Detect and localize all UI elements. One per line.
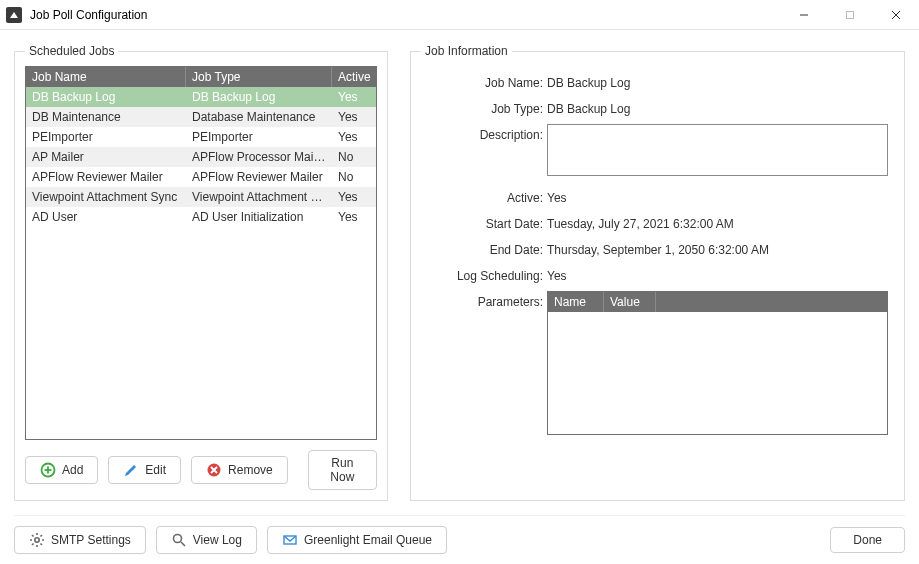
cell-job-active: Yes [332,207,376,227]
footer-buttons: SMTP Settings View Log Greenlight Email … [14,515,905,554]
table-row[interactable]: APFlow Reviewer Mailer APFlow Reviewer M… [26,167,376,187]
table-row[interactable]: PEImporter PEImporter Yes [26,127,376,147]
jobs-buttons: Add Edit Remove Run Now [25,450,377,490]
maximize-button [827,0,873,30]
description-input[interactable] [547,124,888,176]
cell-job-name: AP Mailer [26,147,186,167]
cell-job-type: APFlow Reviewer Mailer [186,167,332,187]
smtp-settings-label: SMTP Settings [51,533,131,547]
cell-job-type: APFlow Processor Mailer [186,147,332,167]
done-button-label: Done [853,533,882,547]
cell-job-type: Viewpoint Attachment Sync [186,187,332,207]
cell-job-name: DB Maintenance [26,107,186,127]
cell-job-active: Yes [332,187,376,207]
remove-circle-icon [206,462,222,478]
label-job-name: Job Name: [427,72,543,90]
svg-line-16 [41,544,43,546]
add-button[interactable]: Add [25,456,98,484]
svg-line-17 [41,535,43,537]
run-now-button-label: Run Now [323,456,362,484]
parameters-grid-header: Name Value [548,292,887,312]
svg-rect-1 [847,11,854,18]
svg-line-18 [32,544,34,546]
table-row[interactable]: Viewpoint Attachment Sync Viewpoint Atta… [26,187,376,207]
cell-job-active: Yes [332,127,376,147]
remove-button[interactable]: Remove [191,456,288,484]
col-job-active[interactable]: Active [332,67,376,87]
value-log-sched: Yes [547,265,888,283]
window-title: Job Poll Configuration [30,8,781,22]
edit-button-label: Edit [145,463,166,477]
app-icon [6,7,22,23]
col-param-name[interactable]: Name [548,292,604,312]
run-now-button[interactable]: Run Now [308,450,377,490]
cell-job-name: APFlow Reviewer Mailer [26,167,186,187]
job-info-group: Job Information Job Name: DB Backup Log … [410,44,905,501]
cell-job-name: Viewpoint Attachment Sync [26,187,186,207]
label-start-date: Start Date: [427,213,543,231]
email-queue-label: Greenlight Email Queue [304,533,432,547]
view-log-button[interactable]: View Log [156,526,257,554]
svg-point-10 [35,538,39,542]
pencil-icon [123,462,139,478]
gear-icon [29,532,45,548]
col-param-blank [656,292,887,312]
cell-job-active: Yes [332,107,376,127]
magnifier-icon [171,532,187,548]
value-job-type: DB Backup Log [547,98,888,116]
value-start-date: Tuesday, July 27, 2021 6:32:00 AM [547,213,888,231]
cell-job-active: No [332,147,376,167]
svg-line-20 [181,542,185,546]
edit-button[interactable]: Edit [108,456,181,484]
view-log-label: View Log [193,533,242,547]
close-button[interactable] [873,0,919,30]
cell-job-type: DB Backup Log [186,87,332,107]
email-queue-button[interactable]: Greenlight Email Queue [267,526,447,554]
label-job-type: Job Type: [427,98,543,116]
cell-job-name: DB Backup Log [26,87,186,107]
cell-job-type: AD User Initialization [186,207,332,227]
parameters-grid[interactable]: Name Value [547,291,888,435]
remove-button-label: Remove [228,463,273,477]
minimize-button[interactable] [781,0,827,30]
label-description: Description: [427,124,543,179]
done-button[interactable]: Done [830,527,905,553]
cell-job-name: PEImporter [26,127,186,147]
cell-job-active: Yes [332,87,376,107]
table-row[interactable]: AP Mailer APFlow Processor Mailer No [26,147,376,167]
jobs-grid-body: DB Backup Log DB Backup Log Yes DB Maint… [26,87,376,227]
table-row[interactable]: DB Backup Log DB Backup Log Yes [26,87,376,107]
smtp-settings-button[interactable]: SMTP Settings [14,526,146,554]
jobs-grid-header: Job Name Job Type Active [26,67,376,87]
job-info-legend: Job Information [421,44,512,58]
label-parameters: Parameters: [427,291,543,435]
label-end-date: End Date: [427,239,543,257]
table-row[interactable]: AD User AD User Initialization Yes [26,207,376,227]
svg-point-19 [173,535,181,543]
value-active: Yes [547,187,888,205]
value-end-date: Thursday, September 1, 2050 6:32:00 AM [547,239,888,257]
col-job-name[interactable]: Job Name [26,67,186,87]
plus-circle-icon [40,462,56,478]
label-log-sched: Log Scheduling: [427,265,543,283]
col-job-type[interactable]: Job Type [186,67,332,87]
label-active: Active: [427,187,543,205]
table-row[interactable]: DB Maintenance Database Maintenance Yes [26,107,376,127]
cell-job-active: No [332,167,376,187]
cell-job-type: Database Maintenance [186,107,332,127]
add-button-label: Add [62,463,83,477]
envelope-icon [282,532,298,548]
scheduled-jobs-group: Scheduled Jobs Job Name Job Type Active … [14,44,388,501]
cell-job-name: AD User [26,207,186,227]
window-controls [781,0,919,30]
col-param-value[interactable]: Value [604,292,656,312]
scheduled-jobs-legend: Scheduled Jobs [25,44,118,58]
title-bar: Job Poll Configuration [0,0,919,30]
cell-job-type: PEImporter [186,127,332,147]
jobs-grid[interactable]: Job Name Job Type Active DB Backup Log D… [25,66,377,440]
value-job-name: DB Backup Log [547,72,888,90]
svg-line-15 [32,535,34,537]
